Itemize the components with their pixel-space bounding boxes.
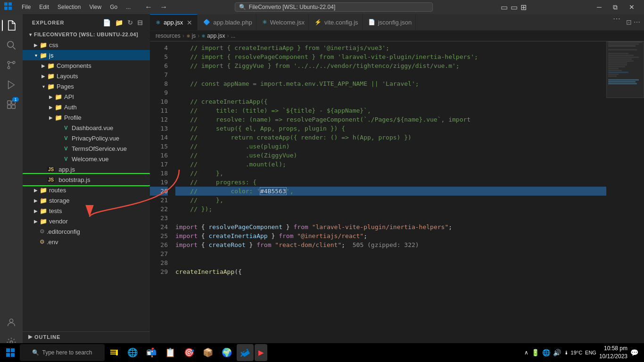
nav-forward-button[interactable]: →	[157, 2, 170, 12]
refresh-icon[interactable]: ↻	[126, 18, 134, 27]
storage-label: storage	[49, 197, 69, 204]
collapse-all-icon[interactable]: ⊟	[136, 18, 144, 27]
taskbar-app-terminal[interactable]: ▶	[255, 344, 267, 361]
code-line-19: // progress: {	[175, 178, 606, 187]
folder-components[interactable]: ▶ 📁 Components	[23, 60, 150, 71]
layout-icon-1[interactable]: ▭	[501, 3, 508, 12]
line-numbers: 4 5 6 7 8 9 10 11 12 13 14 15 16 17 18 1…	[150, 41, 172, 352]
tests-label: tests	[49, 207, 62, 214]
taskbar-chevron[interactable]: ∧	[524, 349, 528, 356]
menu-more[interactable]: ...	[122, 3, 134, 11]
layout-icon-2[interactable]: ▭	[511, 3, 518, 12]
taskbar-temp: 🌡 19°C	[564, 350, 582, 355]
taskbar-app-edge[interactable]: 🌐	[124, 344, 141, 361]
file-welcome-vue[interactable]: ▶ V Welcome.vue	[23, 154, 150, 164]
folder-js[interactable]: ▾ 📁 js	[23, 50, 150, 60]
file-app-js[interactable]: ▶ JS app.js	[23, 164, 150, 174]
tab-app-blade[interactable]: 🔷 app.blade.php	[198, 14, 256, 30]
file-privacypolicy-vue[interactable]: ▶ V PrivacyPolicy.vue	[23, 133, 150, 143]
taskbar-app-explorer[interactable]	[106, 344, 123, 361]
minimize-button[interactable]: ─	[591, 1, 607, 13]
code-content[interactable]: // import { createInertiaApp } from '@in…	[172, 41, 606, 352]
file-bootstrap-js[interactable]: ▶ JS bootstrap.js	[23, 174, 150, 185]
search-icon: 🔍	[239, 4, 246, 10]
folder-auth[interactable]: ▶ 📁 Auth	[23, 102, 150, 112]
menu-view[interactable]: View	[85, 3, 105, 11]
folder-tests[interactable]: ▶ 📁 tests	[23, 206, 150, 216]
taskbar-app-6[interactable]: 📦	[199, 344, 217, 361]
layouts-label: Layouts	[57, 73, 78, 80]
outline-chevron-icon: ▶	[28, 334, 33, 340]
folder-storage[interactable]: ▶ 📁 storage	[23, 195, 150, 206]
close-button[interactable]: ✕	[623, 1, 640, 13]
start-button[interactable]	[2, 344, 19, 361]
taskbar-battery[interactable]: 🔋	[531, 349, 539, 356]
tests-chevron: ▶	[32, 208, 40, 214]
new-folder-icon[interactable]: 📁	[114, 18, 124, 27]
outline-header[interactable]: ▶ OUTLINE	[23, 332, 150, 342]
taskbar-search[interactable]: 🔍 Type here to search	[20, 344, 105, 361]
new-file-icon[interactable]: 📄	[102, 18, 112, 27]
workspace-root[interactable]: ▾ FILECONVERTO [WSL: UBUNTU-22.04]	[23, 29, 150, 40]
file-terms-vue[interactable]: ▶ V TermsOfService.vue	[23, 143, 150, 154]
run-debug-activity-button[interactable]	[2, 75, 21, 94]
split-editor-icon[interactable]: ⊡	[626, 18, 632, 26]
taskbar-volume[interactable]: 🔊	[553, 349, 561, 356]
menu-file[interactable]: File	[18, 3, 34, 11]
jsconfig-tab-icon: 📄	[368, 19, 375, 25]
account-activity-button[interactable]	[2, 313, 21, 332]
file-dashboard-vue[interactable]: ▶ V Dashboard.vue	[23, 123, 150, 133]
taskbar-notification[interactable]: 💬	[630, 349, 638, 356]
menu-edit[interactable]: Edit	[35, 3, 53, 11]
tab-app-jsx[interactable]: ⚛ app.jsx ✕	[150, 14, 198, 30]
taskbar: 🔍 Type here to search 🌐 📬 📋 🎯 📦 🌍 ▶ ∧ 🔋 …	[0, 343, 644, 362]
search-activity-button[interactable]	[2, 36, 21, 55]
taskbar-app-mail[interactable]: 📬	[142, 344, 160, 361]
breadcrumb-ellipsis[interactable]: ...	[231, 33, 235, 39]
vendor-chevron: ▶	[32, 219, 40, 224]
layouts-chevron: ▶	[40, 74, 47, 79]
taskbar-lang[interactable]: ENG	[585, 350, 596, 355]
code-line-8: // const appName = import.meta.env.VITE_…	[175, 79, 606, 88]
main-area: 1 EXPLORER 📄 📁 ↻ ⊟ ▾ FILECONVERTO [WSL: …	[0, 14, 644, 352]
profile-chevron: ▶	[47, 115, 55, 120]
nav-back-button[interactable]: ←	[142, 2, 155, 12]
source-control-activity-button[interactable]	[2, 56, 21, 74]
layout-icon-3[interactable]: ⊞	[520, 3, 527, 12]
app-jsx-tab-close[interactable]: ✕	[186, 18, 193, 27]
tab-jsconfig[interactable]: 📄 jsconfig.json	[363, 14, 416, 30]
taskbar-network[interactable]: 🌐	[542, 349, 550, 356]
file-env[interactable]: ▶ ⚙ .env	[23, 237, 150, 247]
folder-vendor[interactable]: ▶ 📁 vendor	[23, 216, 150, 226]
folder-api[interactable]: ▶ 📁 API	[23, 91, 150, 102]
menu-bar: File Edit Selection View Go ...	[18, 3, 134, 11]
tab-vite-config[interactable]: ⚡ vite.config.js	[309, 14, 363, 30]
tab-welcome-jsx[interactable]: ⚛ Welcome.jsx	[256, 14, 309, 30]
folder-profile[interactable]: ▶ 📁 Profile	[23, 112, 150, 123]
folder-pages[interactable]: ▾ 📁 Pages	[23, 81, 150, 91]
folder-css[interactable]: ▶ 📁 css	[23, 40, 150, 50]
code-editor[interactable]: 4 5 6 7 8 9 10 11 12 13 14 15 16 17 18 1…	[150, 41, 644, 352]
taskbar-clock[interactable]: 10:58 pm 10/12/2023	[599, 345, 627, 361]
folder-layouts[interactable]: ▶ 📁 Layouts	[23, 71, 150, 81]
sidebar-header-icons: 📄 📁 ↻ ⊟	[102, 18, 144, 27]
menu-go[interactable]: Go	[106, 3, 121, 11]
breadcrumb-resources[interactable]: resources	[156, 33, 181, 39]
tab-more-button[interactable]: ⋯	[609, 14, 624, 30]
folder-routes[interactable]: ▶ 📁 routes	[23, 185, 150, 195]
taskbar-app-chrome[interactable]: 🌍	[218, 344, 236, 361]
taskbar-app-5[interactable]: 🎯	[180, 344, 198, 361]
explorer-activity-button[interactable]	[2, 16, 21, 35]
extensions-activity-button[interactable]: 1	[2, 95, 21, 114]
breadcrumb-appjsx[interactable]: ⚛ app.jsx	[201, 33, 225, 39]
taskbar-app-vscode[interactable]	[237, 344, 254, 361]
more-actions-icon[interactable]: ⋯	[634, 18, 640, 26]
title-search-bar[interactable]: 🔍 FileConverto [WSL: Ubuntu-22.04]	[235, 2, 433, 12]
restore-button[interactable]: ⧉	[607, 1, 623, 13]
taskbar-app-notepad[interactable]: 📋	[161, 344, 179, 361]
menu-selection[interactable]: Selection	[54, 3, 84, 11]
file-editorconfig[interactable]: ▶ ⚙ .editorconfig	[23, 226, 150, 237]
extensions-badge: 1	[12, 97, 19, 102]
code-line-20: // color: '#4B5563',	[175, 187, 606, 196]
breadcrumb-js[interactable]: ⚛ js	[186, 33, 196, 39]
